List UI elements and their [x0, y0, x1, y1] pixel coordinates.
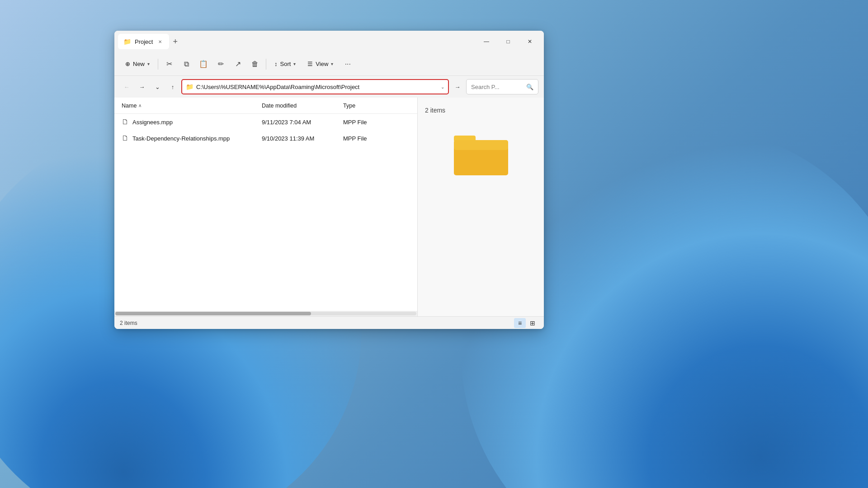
maximize-button[interactable]: □ — [498, 34, 519, 49]
scrollbar-thumb[interactable] — [115, 312, 311, 315]
cut-button[interactable]: ✂ — [161, 56, 177, 72]
sort-button[interactable]: ↕ Sort ▾ — [269, 58, 301, 70]
paste-button[interactable]: 📋 — [195, 56, 212, 72]
tab-folder-icon: 📁 — [123, 38, 131, 45]
column-headers: Name ∧ Date modified Type — [114, 98, 417, 114]
empty-space — [114, 146, 417, 311]
search-icon: 🔍 — [526, 84, 533, 90]
explorer-window: 📁 Project ✕ + — □ ✕ ⊕ New ▾ ✂ ⧉ 📋 ✏ ↗ 🗑 … — [114, 31, 544, 329]
status-bar: 2 items ≡ ⊞ — [114, 316, 544, 329]
preview-pane: 2 items — [417, 98, 544, 316]
list-view-button[interactable]: ≡ — [514, 318, 526, 328]
address-bar[interactable]: 📁 C:\Users\%USERNAME%\AppData\Roaming\Mi… — [181, 79, 449, 94]
view-chevron: ▾ — [331, 61, 333, 66]
grid-view-button[interactable]: ⊞ — [527, 318, 538, 328]
share-button[interactable]: ↗ — [230, 56, 246, 72]
file-name: Task-Dependency-Relationships.mpp — [132, 135, 230, 142]
status-text: 2 items — [120, 320, 137, 326]
column-date-header[interactable]: Date modified — [262, 103, 343, 109]
file-icon: 🗋 — [122, 118, 129, 126]
file-icon: 🗋 — [122, 134, 129, 142]
delete-button[interactable]: 🗑 — [247, 56, 263, 72]
toolbar-separator-1 — [158, 59, 158, 70]
preview-folder-icon — [454, 132, 508, 177]
view-button[interactable]: ☰ View ▾ — [302, 58, 339, 70]
tab-close-button[interactable]: ✕ — [156, 38, 164, 45]
file-date: 9/10/2023 11:39 AM — [262, 135, 343, 142]
more-button[interactable]: ··· — [340, 56, 356, 72]
file-list-area: Name ∧ Date modified Type 🗋 Assignees.mp… — [114, 98, 417, 316]
column-name-label: Name — [122, 103, 137, 109]
file-date: 9/11/2023 7:04 AM — [262, 119, 343, 126]
file-type: MPP File — [343, 119, 410, 126]
address-folder-icon: 📁 — [186, 83, 193, 90]
window-controls: — □ ✕ — [476, 34, 540, 49]
search-input[interactable] — [471, 84, 524, 90]
new-label: New — [133, 61, 145, 67]
main-content: Name ∧ Date modified Type 🗋 Assignees.mp… — [114, 98, 544, 316]
horizontal-scrollbar[interactable] — [114, 311, 417, 316]
view-icon: ☰ — [307, 61, 313, 67]
column-type-header[interactable]: Type — [343, 103, 410, 109]
tab-area: 📁 Project ✕ + — [118, 34, 476, 49]
table-row[interactable]: 🗋 Task-Dependency-Relationships.mpp 9/10… — [114, 130, 417, 146]
toolbar: ⊕ New ▾ ✂ ⧉ 📋 ✏ ↗ 🗑 ↕ Sort ▾ ☰ View ▾ ··… — [114, 52, 544, 76]
sort-icon: ↕ — [274, 61, 278, 67]
sort-chevron: ▾ — [293, 61, 296, 66]
toolbar-separator-2 — [266, 59, 266, 70]
go-button[interactable]: → — [451, 80, 464, 94]
back-button[interactable]: ← — [120, 80, 133, 94]
dropdown-button[interactable]: ⌄ — [151, 80, 164, 94]
new-tab-button[interactable]: + — [169, 35, 181, 48]
address-bar-area: ← → ⌄ ↑ 📁 C:\Users\%USERNAME%\AppData\Ro… — [114, 76, 544, 98]
address-dropdown-arrow[interactable]: ⌄ — [441, 84, 444, 89]
up-button[interactable]: ↑ — [166, 80, 179, 94]
view-label: View — [316, 61, 328, 67]
sort-label: Sort — [280, 61, 291, 67]
scrollbar-track — [115, 312, 416, 315]
copy-button[interactable]: ⧉ — [178, 56, 194, 72]
close-button[interactable]: ✕ — [519, 34, 540, 49]
tab-title: Project — [135, 38, 153, 45]
svg-rect-2 — [454, 140, 508, 150]
column-name-header[interactable]: Name ∧ — [122, 103, 262, 109]
file-name-cell: 🗋 Assignees.mpp — [122, 118, 262, 126]
file-name-cell: 🗋 Task-Dependency-Relationships.mpp — [122, 134, 262, 142]
new-icon: ⊕ — [125, 61, 130, 67]
new-button[interactable]: ⊕ New ▾ — [120, 58, 155, 70]
rename-button[interactable]: ✏ — [212, 56, 229, 72]
view-toggle: ≡ ⊞ — [514, 318, 538, 328]
file-type: MPP File — [343, 135, 410, 142]
address-path: C:\Users\%USERNAME%\AppData\Roaming\Micr… — [196, 84, 438, 90]
preview-count: 2 items — [425, 107, 445, 114]
title-bar: 📁 Project ✕ + — □ ✕ — [114, 31, 544, 52]
table-row[interactable]: 🗋 Assignees.mpp 9/11/2023 7:04 AM MPP Fi… — [114, 114, 417, 130]
active-tab[interactable]: 📁 Project ✕ — [118, 34, 169, 49]
minimize-button[interactable]: — — [476, 34, 497, 49]
column-sort-arrow: ∧ — [138, 103, 142, 108]
forward-button[interactable]: → — [135, 80, 149, 94]
file-name: Assignees.mpp — [132, 119, 173, 126]
search-box[interactable]: 🔍 — [466, 79, 538, 94]
new-chevron: ▾ — [147, 61, 150, 66]
